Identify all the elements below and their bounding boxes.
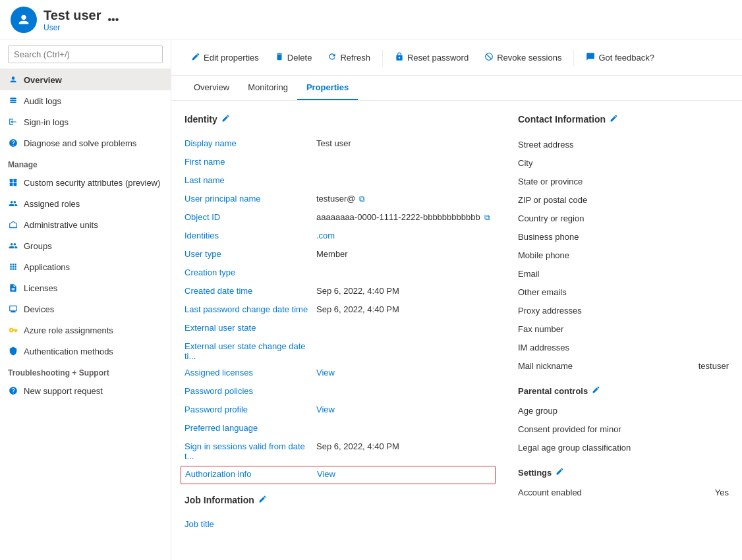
prop-label: External user state change date ti... <box>185 341 316 361</box>
tab-properties[interactable]: Properties <box>297 76 358 100</box>
contact-info-edit-icon[interactable] <box>610 114 618 125</box>
sidebar-item-assigned-roles[interactable]: Assigned roles <box>0 193 171 214</box>
svg-rect-4 <box>10 101 16 103</box>
svg-point-0 <box>21 15 26 20</box>
svg-rect-5 <box>10 179 13 182</box>
settings-title: Settings <box>518 467 729 478</box>
contact-fax: Fax number <box>518 320 729 338</box>
prop-value: Member <box>316 249 492 259</box>
delete-button[interactable]: Delete <box>268 48 319 67</box>
sidebar-item-auth-methods[interactable]: Authentication methods <box>0 341 171 362</box>
parental-controls-edit-icon[interactable] <box>592 385 600 396</box>
manage-section-label: Manage <box>0 154 171 172</box>
prop-value[interactable]: View <box>316 405 492 414</box>
prop-label: Last password change date time <box>185 304 316 314</box>
contact-label: Mail nickname <box>518 361 699 371</box>
copy-objectid-icon[interactable]: ⧉ <box>484 213 490 222</box>
licenses-icon <box>8 283 18 293</box>
contact-age-group: Age group <box>518 401 729 420</box>
contact-zip: ZIP or postal code <box>518 190 729 209</box>
groups-icon <box>8 240 18 251</box>
identity-title-text: Identity <box>185 114 217 125</box>
prop-first-name: First name <box>185 154 492 172</box>
job-info-edit-icon[interactable] <box>258 495 267 505</box>
sidebar-item-custom-security[interactable]: Custom security attributes (preview) <box>0 172 171 193</box>
contact-label: Mobile phone <box>518 250 729 260</box>
sidebar-item-groups[interactable]: Groups <box>0 235 171 256</box>
sidebar-item-label: Custom security attributes (preview) <box>24 178 160 188</box>
contact-label: State or province <box>518 177 729 186</box>
refresh-button[interactable]: Refresh <box>321 48 377 67</box>
auth-methods-icon <box>8 346 18 356</box>
sidebar-item-diagnose[interactable]: Diagnose and solve problems <box>0 132 171 154</box>
sidebar-item-new-support[interactable]: New support request <box>0 380 171 401</box>
prop-value[interactable]: View <box>316 368 492 378</box>
prop-sign-in-sessions: Sign in sessions valid from date t... Se… <box>185 438 492 464</box>
contact-mail-nickname: Mail nickname testuser <box>518 356 729 375</box>
sidebar-search-container <box>0 40 171 69</box>
prop-value: aaaaaaaa-0000-1111-2222-bbbbbbbbbbbb ⧉ <box>316 212 492 222</box>
sidebar-item-label: Diagnose and solve problems <box>24 138 136 148</box>
prop-label: Created date time <box>185 286 316 296</box>
sidebar-item-sign-in-logs[interactable]: Sign-in logs <box>0 111 171 132</box>
sidebar-item-licenses[interactable]: Licenses <box>0 277 171 298</box>
overview-icon <box>8 74 18 85</box>
contact-label: Country or region <box>518 213 729 223</box>
search-input[interactable] <box>8 45 163 63</box>
prop-value[interactable]: View <box>317 469 491 479</box>
tab-monitoring[interactable]: Monitoring <box>239 76 297 100</box>
toolbar-divider-2 <box>573 50 574 66</box>
reset-password-button[interactable]: Reset password <box>388 48 475 67</box>
sidebar-item-audit-logs[interactable]: Audit logs <box>0 90 171 111</box>
sidebar-item-azure-roles[interactable]: Azure role assignments <box>0 320 171 341</box>
prop-preferred-language: Preferred language <box>185 420 492 438</box>
prop-label: Identities <box>185 231 316 240</box>
identity-edit-icon[interactable] <box>221 114 230 125</box>
settings-edit-icon[interactable] <box>556 467 564 478</box>
prop-label: User type <box>185 249 316 259</box>
svg-point-1 <box>12 76 15 80</box>
contact-label: Email <box>518 269 729 279</box>
refresh-label: Refresh <box>340 53 370 63</box>
contact-label: Account enabled <box>518 488 715 497</box>
sidebar-item-overview[interactable]: Overview <box>0 69 171 90</box>
contact-consent: Consent provided for minor <box>518 420 729 438</box>
edit-properties-button[interactable]: Edit properties <box>185 48 266 67</box>
prop-label: Password policies <box>185 386 316 396</box>
more-options-icon[interactable]: ••• <box>107 14 119 26</box>
sidebar-item-devices[interactable]: Devices <box>0 298 171 320</box>
support-icon <box>8 385 18 396</box>
svg-rect-8 <box>14 183 17 186</box>
svg-rect-2 <box>10 98 16 99</box>
revoke-icon <box>484 52 494 63</box>
copy-upn-icon[interactable]: ⧉ <box>359 194 365 204</box>
tab-properties-label: Properties <box>306 82 349 92</box>
sidebar-item-applications[interactable]: Applications <box>0 256 171 277</box>
contact-info-section-title: Contact Information <box>518 114 729 125</box>
sidebar-item-admin-units[interactable]: Administrative units <box>0 214 171 235</box>
contact-label: Other emails <box>518 287 729 297</box>
contact-label: ZIP or postal code <box>518 195 729 205</box>
prop-last-name: Last name <box>185 172 492 190</box>
revoke-sessions-button[interactable]: Revoke sessions <box>478 48 568 67</box>
page-header: Test user User ••• <box>0 0 742 40</box>
feedback-label: Got feedback? <box>598 53 654 63</box>
prop-identities: Identities .com <box>185 227 492 246</box>
contact-business-phone: Business phone <box>518 227 729 246</box>
properties-right-column: Contact Information Street address City … <box>518 114 729 534</box>
contact-legal-age: Legal age group classification <box>518 438 729 457</box>
custom-security-icon <box>8 177 18 188</box>
feedback-button[interactable]: Got feedback? <box>579 48 661 67</box>
prop-display-name: Display name Test user <box>185 135 492 154</box>
tab-overview[interactable]: Overview <box>185 76 239 100</box>
properties-body: Identity Display name Test user First na… <box>171 101 742 547</box>
prop-label: Authorization info <box>185 469 317 479</box>
contact-label: Legal age group classification <box>518 443 729 453</box>
contact-label: Business phone <box>518 232 729 242</box>
prop-label: User principal name <box>185 194 316 204</box>
prop-value[interactable]: .com <box>316 231 492 240</box>
main-layout: Overview Audit logs Sign-in logs Diagnos… <box>0 40 742 560</box>
settings-title-text: Settings <box>518 468 552 478</box>
upn-value: testuser@ <box>316 194 355 204</box>
contact-other-emails: Other emails <box>518 283 729 301</box>
